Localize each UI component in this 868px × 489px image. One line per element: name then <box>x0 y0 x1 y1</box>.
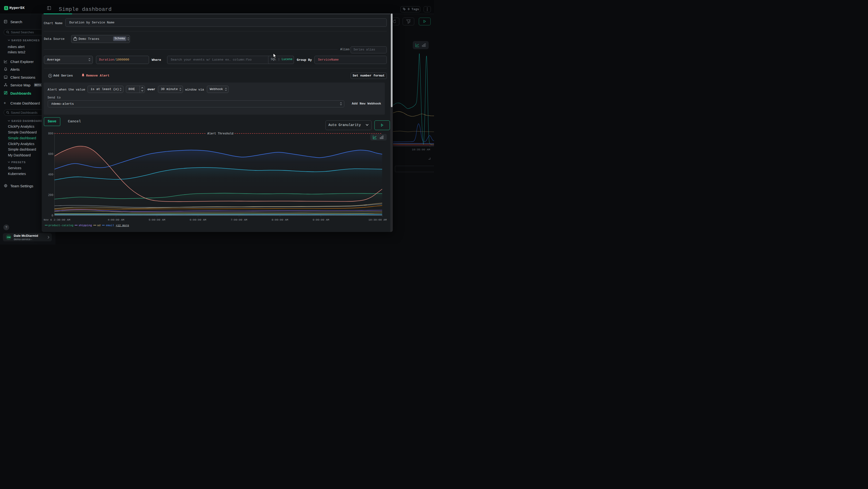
svg-text:+12 more: +12 more <box>116 224 129 227</box>
svg-text:ad: ad <box>97 224 100 227</box>
svg-text:4:00:00 AM: 4:00:00 AM <box>107 218 124 221</box>
svg-text:600: 600 <box>48 152 53 156</box>
svg-text:10:30:00 AM: 10:30:00 AM <box>368 218 387 221</box>
svg-text:0: 0 <box>52 214 53 218</box>
svg-text:200: 200 <box>48 194 53 197</box>
svg-text:Alert Threshold: Alert Threshold <box>207 132 234 136</box>
svg-text:800: 800 <box>48 132 53 136</box>
svg-text:email: email <box>106 224 114 227</box>
svg-text:5:00:00 AM: 5:00:00 AM <box>149 218 165 221</box>
svg-text:400: 400 <box>48 173 53 176</box>
svg-text:shipping: shipping <box>79 224 92 227</box>
svg-text:9:00:00 AM: 9:00:00 AM <box>312 218 329 221</box>
svg-text:product-catalog: product-catalog <box>49 224 73 227</box>
svg-text:6:00:00 AM: 6:00:00 AM <box>189 218 206 221</box>
svg-text:7:00:00 AM: 7:00:00 AM <box>230 218 247 221</box>
svg-text:8:00:00 AM: 8:00:00 AM <box>272 218 288 221</box>
svg-text:Nov 6 2:30:00 AM: Nov 6 2:30:00 AM <box>44 218 70 221</box>
